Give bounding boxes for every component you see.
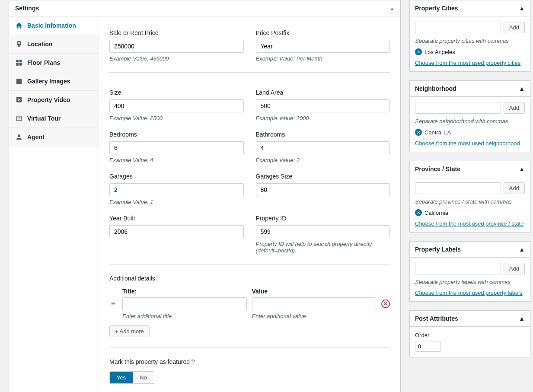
order-input[interactable] <box>415 341 441 352</box>
form-content: Sale or Rent Price Example Value: 435000… <box>99 16 400 392</box>
tab-label: Virtual Tour <box>27 115 61 122</box>
panorama-icon <box>15 115 23 122</box>
size-label: Size <box>109 89 244 96</box>
neighborhood-input[interactable] <box>415 102 501 114</box>
postfix-label: Price Postfix <box>256 29 390 36</box>
value-column-header: Value <box>252 288 377 295</box>
neighborhood-add-button[interactable]: Add <box>504 102 525 114</box>
property-labels-choose-link[interactable]: Choose from the most used property label… <box>415 290 523 296</box>
tag-text: Los Angeles <box>424 49 455 55</box>
location-pin-icon <box>15 40 23 48</box>
property-cities-title: Property Cities <box>415 5 458 12</box>
featured-yes-option[interactable]: Yes <box>110 372 133 383</box>
property-labels-hint: Separate property labels with commas <box>415 279 525 285</box>
price-input[interactable] <box>109 40 244 53</box>
featured-toggle: Yes No <box>109 371 154 384</box>
additional-title-hint: Enter additional title <box>122 313 247 319</box>
neighborhood-panel: Neighborhood ▲ Add Separate neighborhood… <box>409 80 530 152</box>
bathrooms-input[interactable] <box>256 141 390 154</box>
featured-label: Mark this property as featured ? <box>109 358 390 365</box>
tag-chip: ✕ California <box>415 209 525 216</box>
garages-label: Garages <box>109 173 244 180</box>
tab-label: Agent <box>27 134 45 140</box>
garages-input[interactable] <box>109 183 244 196</box>
tab-label: Basic Infomation <box>27 22 76 29</box>
neighborhood-choose-link[interactable]: Choose from the most used neighborhood <box>415 140 520 147</box>
year-built-label: Year Built <box>109 215 244 222</box>
tab-location[interactable]: Location <box>9 35 99 54</box>
size-hint: Example Value: 2500 <box>109 115 244 121</box>
province-state-choose-link[interactable]: Choose from the most used province / sta… <box>415 220 523 227</box>
additional-value-hint: Enter additional value <box>252 313 377 319</box>
land-area-hint: Example Value: 2000 <box>256 115 390 121</box>
garages-size-input[interactable] <box>256 183 390 196</box>
additional-value-input[interactable] <box>252 297 377 310</box>
tag-text: California <box>424 210 448 216</box>
land-area-input[interactable] <box>256 99 390 112</box>
price-label: Sale or Rent Price <box>109 29 244 36</box>
tab-gallery-images[interactable]: Gallery Images <box>9 72 99 91</box>
tag-chip: ✕ Central LA <box>415 129 525 136</box>
bedrooms-label: Bedrooms <box>109 131 244 138</box>
tab-floor-plans[interactable]: Floor Plans <box>9 54 99 72</box>
add-more-button[interactable]: + Add more <box>109 325 150 337</box>
property-labels-input[interactable] <box>415 263 501 274</box>
drag-handle-icon[interactable]: ≡ <box>109 299 117 308</box>
remove-tag-icon[interactable]: ✕ <box>415 209 422 216</box>
year-built-input[interactable] <box>109 225 244 238</box>
tab-basic-information[interactable]: Basic Infomation <box>9 16 99 35</box>
province-state-hint: Separate province / state with commas <box>415 198 525 205</box>
size-input[interactable] <box>109 99 244 112</box>
property-cities-choose-link[interactable]: Choose from the most used property citie… <box>415 60 520 66</box>
post-attributes-title: Post Attributes <box>415 315 458 322</box>
collapse-icon[interactable]: ▲ <box>519 5 525 12</box>
property-id-hint: Property ID will help to search property… <box>256 241 390 254</box>
property-labels-add-button[interactable]: Add <box>504 263 525 274</box>
settings-panel: Settings ▲ Basic Infomation Location Flo… <box>9 0 401 392</box>
bathrooms-hint: Example Value: 2 <box>256 157 390 163</box>
property-labels-title: Property Labels <box>415 246 461 253</box>
price-hint: Example Value: 435000 <box>109 55 244 62</box>
collapse-icon[interactable]: ▲ <box>519 166 525 172</box>
collapse-icon[interactable]: ▲ <box>519 315 525 322</box>
property-id-input[interactable] <box>256 225 390 238</box>
collapse-icon[interactable]: ▲ <box>519 85 525 92</box>
featured-no-option[interactable]: No <box>133 372 154 383</box>
remove-tag-icon[interactable]: ✕ <box>415 129 422 136</box>
tag-chip: ✕ Los Angeles <box>415 48 525 55</box>
garages-hint: Example Value: 1 <box>109 199 244 205</box>
collapse-icon[interactable]: ▲ <box>519 246 525 253</box>
remove-detail-button[interactable]: ✕ <box>381 300 390 308</box>
province-state-add-button[interactable]: Add <box>504 182 525 194</box>
property-cities-panel: Property Cities ▲ Add Separate property … <box>409 0 530 72</box>
tab-property-video[interactable]: Property Video <box>9 91 99 109</box>
home-icon <box>15 22 23 29</box>
tab-label: Gallery Images <box>27 78 70 85</box>
grid-icon <box>15 59 23 67</box>
garages-size-label: Garages Size <box>256 173 390 180</box>
settings-title: Settings <box>15 5 39 12</box>
tab-virtual-tour[interactable]: Virtual Tour <box>9 109 99 128</box>
tab-agent[interactable]: Agent <box>9 128 99 147</box>
property-cities-add-button[interactable]: Add <box>504 22 525 33</box>
property-id-label: Property ID <box>256 215 390 222</box>
collapse-icon[interactable]: ▲ <box>390 6 394 11</box>
order-label: Order <box>415 332 525 338</box>
bedrooms-hint: Example Value: 4 <box>109 157 244 163</box>
remove-tag-icon[interactable]: ✕ <box>415 48 422 55</box>
property-cities-input[interactable] <box>415 22 501 33</box>
bathrooms-label: Bathrooms <box>256 131 390 138</box>
property-cities-hint: Separate property cities with commas <box>415 38 525 44</box>
neighborhood-hint: Separate neighborhood with commas <box>415 118 525 124</box>
title-column-header: Title: <box>122 288 247 295</box>
tab-label: Floor Plans <box>27 59 60 66</box>
additional-title-input[interactable] <box>122 297 247 310</box>
province-state-input[interactable] <box>415 182 501 194</box>
settings-tabs: Basic Infomation Location Floor Plans Ga… <box>9 16 99 392</box>
tab-label: Property Video <box>27 96 70 103</box>
postfix-input[interactable] <box>256 40 390 53</box>
post-attributes-panel: Post Attributes ▲ Order <box>409 310 530 357</box>
additional-details-label: Additional details: <box>109 275 390 282</box>
bedrooms-input[interactable] <box>109 141 244 154</box>
tag-text: Central LA <box>424 129 451 136</box>
